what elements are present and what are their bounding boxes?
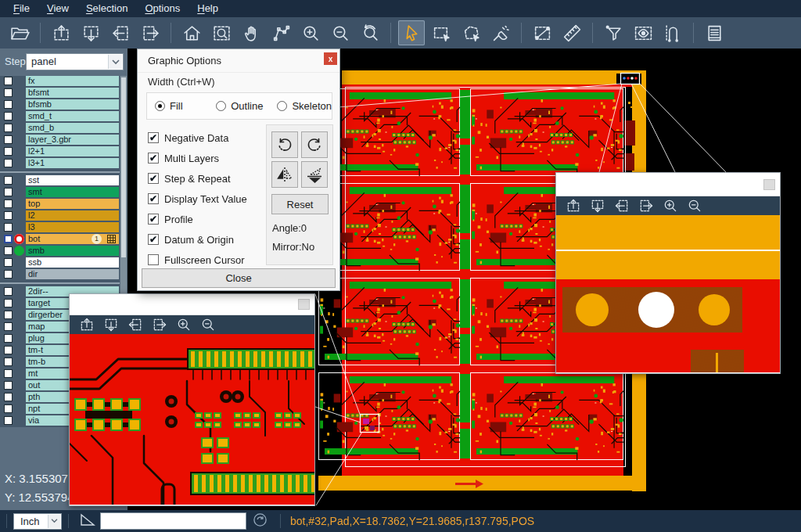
layer-label[interactable]: l2+1 xyxy=(26,146,119,156)
zoom-out-button[interactable] xyxy=(684,197,705,214)
layer-label[interactable]: bfsmb xyxy=(26,99,119,110)
layer-checkbox[interactable] xyxy=(4,200,13,208)
pan-left-button[interactable] xyxy=(611,197,632,214)
layer-checkbox[interactable] xyxy=(4,393,13,401)
magnifier-title-bar[interactable] xyxy=(70,294,314,315)
layer-checkbox[interactable] xyxy=(4,100,13,109)
report-button[interactable] xyxy=(701,20,727,45)
layer-checkbox[interactable] xyxy=(4,246,13,255)
select-poly-button[interactable] xyxy=(458,20,484,45)
layer-checkbox[interactable] xyxy=(4,334,13,343)
layer-checkbox[interactable] xyxy=(4,258,13,267)
menu-selection[interactable]: Selection xyxy=(77,0,136,17)
layer-label[interactable]: l2 xyxy=(26,210,119,221)
layer-checkbox[interactable] xyxy=(4,311,13,319)
layer-label[interactable]: smd_t xyxy=(26,111,119,121)
layer-checkbox[interactable] xyxy=(4,322,13,331)
layer-label[interactable]: smb xyxy=(26,246,119,256)
layer-checkbox[interactable] xyxy=(4,211,13,220)
select-cursor-button[interactable] xyxy=(398,20,425,45)
layer-label[interactable]: fx xyxy=(26,76,119,86)
magnifier-content-canvas[interactable] xyxy=(556,215,780,372)
filter-button[interactable] xyxy=(600,20,627,45)
checkbox-profile[interactable]: ✔Profile xyxy=(148,209,265,229)
layer-row-bfsmt[interactable]: bfsmt xyxy=(0,88,120,98)
layer-label[interactable]: bfsmt xyxy=(26,88,119,98)
layer-checkbox[interactable] xyxy=(4,159,13,167)
pan-down-button[interactable] xyxy=(587,197,608,214)
zoom-out-button[interactable] xyxy=(197,316,218,333)
zoom-previous-button[interactable] xyxy=(357,20,383,45)
window-button[interactable] xyxy=(763,179,775,190)
snap-angle-icon[interactable] xyxy=(80,513,95,530)
layer-row-sst[interactable]: sst xyxy=(0,175,120,185)
layer-label[interactable]: smd_b xyxy=(26,123,119,133)
mirror-h-button[interactable] xyxy=(271,161,298,188)
home-button[interactable] xyxy=(178,20,205,45)
chevron-down-icon[interactable] xyxy=(108,55,122,69)
zoom-region-button[interactable] xyxy=(208,20,235,45)
mirror-v-button[interactable] xyxy=(301,161,328,188)
checkbox-display-text-value[interactable]: ✔Display Text Value xyxy=(148,189,265,209)
checkbox-step-repeat[interactable]: ✔Step & Repeat xyxy=(148,168,265,189)
window-button[interactable] xyxy=(298,299,310,310)
magnifier-title-bar[interactable] xyxy=(556,173,780,196)
menu-options[interactable]: Options xyxy=(136,0,189,17)
unit-select[interactable]: Inch xyxy=(13,513,62,530)
layer-checkbox[interactable] xyxy=(4,147,13,156)
layer-checkbox[interactable] xyxy=(4,369,13,378)
checkbox-fullscreen-cursor[interactable]: Fullscreen Cursor xyxy=(148,250,265,270)
pan-hand-button[interactable] xyxy=(238,20,264,45)
layer-checkbox[interactable] xyxy=(4,270,13,279)
command-input[interactable] xyxy=(100,512,246,530)
layer-label[interactable]: sst xyxy=(26,175,119,185)
step-select[interactable]: panel xyxy=(26,53,124,70)
chevron-down-icon[interactable] xyxy=(48,515,60,528)
radio-skeleton[interactable]: Skeleton xyxy=(277,100,332,112)
pan-left-button[interactable] xyxy=(107,20,134,45)
grid-icon[interactable] xyxy=(107,235,116,243)
layer-row-dir[interactable]: dir xyxy=(0,269,120,279)
layer-label[interactable]: layer_3.gbr xyxy=(26,135,119,145)
layer-checkbox[interactable] xyxy=(4,124,13,132)
layer-label[interactable]: ssb xyxy=(26,257,119,268)
pan-up-button[interactable] xyxy=(76,316,97,333)
layer-row-smt[interactable]: smt xyxy=(0,187,120,197)
layer-row-bot[interactable]: bot1 xyxy=(0,234,120,244)
layer-row-smd_t[interactable]: smd_t xyxy=(0,111,120,121)
snap-button[interactable] xyxy=(659,20,686,45)
menu-view[interactable]: View xyxy=(38,0,77,17)
close-button[interactable]: Close xyxy=(142,268,336,288)
layer-row-fx[interactable]: fx xyxy=(0,76,120,86)
layer-label[interactable]: l3 xyxy=(26,222,119,232)
layer-checkbox[interactable] xyxy=(4,346,13,354)
pan-right-button[interactable] xyxy=(137,20,163,45)
rotate-ccw-button[interactable] xyxy=(301,131,328,158)
layer-row-l2+1[interactable]: l2+1 xyxy=(0,146,120,156)
layer-label[interactable]: bot1 xyxy=(26,234,119,244)
zoom-out-button[interactable] xyxy=(327,20,354,45)
layer-label[interactable]: l3+1 xyxy=(26,158,119,168)
pan-up-button[interactable] xyxy=(48,20,74,45)
layer-checkbox[interactable] xyxy=(4,416,13,425)
checkbox-negative-data[interactable]: ✔Negative Data xyxy=(148,128,265,148)
zoom-in-button[interactable] xyxy=(297,20,324,45)
zoom-in-button[interactable] xyxy=(659,197,681,214)
node-path-button[interactable] xyxy=(268,20,294,45)
layer-checkbox[interactable] xyxy=(4,77,13,85)
layer-row-l3[interactable]: l3 xyxy=(0,222,120,232)
view-region-button[interactable] xyxy=(630,20,656,45)
menu-file[interactable]: File xyxy=(5,0,38,17)
radio-outline[interactable]: Outline xyxy=(216,100,269,112)
pan-left-button[interactable] xyxy=(124,316,145,333)
pan-right-button[interactable] xyxy=(149,316,170,333)
dialog-title-bar[interactable]: Graphic Options x xyxy=(138,49,339,73)
magnifier-content-canvas[interactable] xyxy=(70,334,314,505)
layer-checkbox[interactable] xyxy=(4,135,13,144)
pan-down-button[interactable] xyxy=(100,316,121,333)
layer-row-top[interactable]: top xyxy=(0,199,120,209)
clean-brush-button[interactable] xyxy=(487,20,514,45)
layer-checkbox[interactable] xyxy=(4,358,13,366)
zoom-in-button[interactable] xyxy=(173,316,194,333)
magnifier-window-right[interactable] xyxy=(555,172,781,374)
